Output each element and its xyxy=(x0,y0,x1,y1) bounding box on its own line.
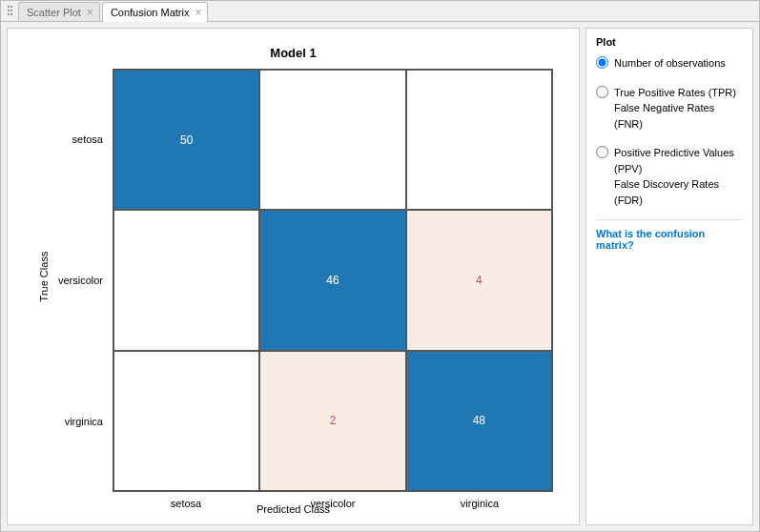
radio-option[interactable]: Positive Predictive Values (PPV)False Di… xyxy=(596,145,743,208)
tab-scatter-plot[interactable]: Scatter Plot × xyxy=(18,2,100,21)
plot-options-group: Number of observations True Positive Rat… xyxy=(596,55,743,208)
close-icon[interactable]: × xyxy=(87,7,93,18)
radio-input[interactable] xyxy=(596,86,608,98)
radio-input[interactable] xyxy=(596,56,608,69)
side-panel-heading: Plot xyxy=(596,36,743,48)
help-link[interactable]: What is the confusion matrix? xyxy=(596,228,705,251)
matrix-area: setosa versicolor virginica setosa versi… xyxy=(113,69,553,492)
drag-handle-icon[interactable] xyxy=(7,5,12,18)
matrix-cell xyxy=(113,351,259,491)
x-tick-label: versicolor xyxy=(259,498,406,509)
matrix-cell: 2 xyxy=(259,351,405,491)
radio-label: Positive Predictive Values (PPV)False Di… xyxy=(614,145,743,208)
x-tick-label: virginica xyxy=(406,498,553,509)
close-icon[interactable]: × xyxy=(195,7,201,18)
matrix-cell: 46 xyxy=(259,210,405,350)
side-panel: Plot Number of observations True Positiv… xyxy=(585,28,753,525)
matrix-grid: 50 46 4 2 48 xyxy=(113,69,553,492)
tab-bar: Scatter Plot × Confusion Matrix × xyxy=(1,1,759,22)
plot-panel: Model 1 True Class Predicted Class setos… xyxy=(7,28,580,525)
matrix-cell xyxy=(113,210,259,350)
app-window: Scatter Plot × Confusion Matrix × Model … xyxy=(0,0,760,532)
tab-label: Confusion Matrix xyxy=(111,7,190,18)
x-tick-label: setosa xyxy=(113,498,259,509)
y-tick-label: virginica xyxy=(46,416,103,427)
matrix-cell: 48 xyxy=(406,351,552,491)
radio-label: True Positive Rates (TPR)False Negative … xyxy=(614,85,743,133)
radio-input[interactable] xyxy=(596,146,608,158)
confusion-matrix-chart: Model 1 True Class Predicted Class setos… xyxy=(8,29,579,524)
y-tick-label: versicolor xyxy=(46,275,103,286)
content-area: Model 1 True Class Predicted Class setos… xyxy=(1,22,759,531)
tab-label: Scatter Plot xyxy=(27,7,81,18)
chart-title: Model 1 xyxy=(8,46,579,60)
y-tick-label: setosa xyxy=(46,133,103,145)
matrix-cell xyxy=(259,70,405,210)
matrix-cell: 50 xyxy=(113,70,259,210)
divider xyxy=(596,219,743,220)
radio-option[interactable]: True Positive Rates (TPR)False Negative … xyxy=(596,85,743,133)
radio-option[interactable]: Number of observations xyxy=(596,55,743,72)
matrix-cell: 4 xyxy=(406,210,552,350)
tab-confusion-matrix[interactable]: Confusion Matrix × xyxy=(102,2,209,22)
radio-label: Number of observations xyxy=(614,55,726,72)
matrix-cell xyxy=(406,70,552,210)
